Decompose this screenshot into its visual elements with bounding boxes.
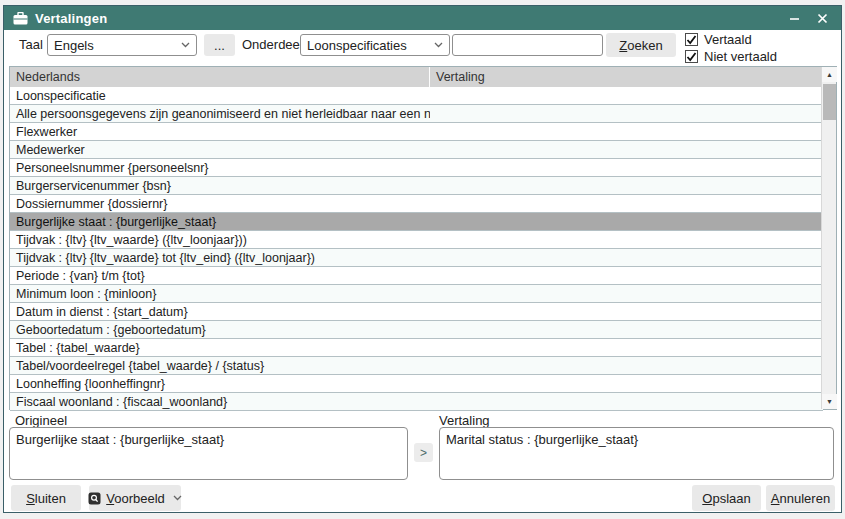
original-textarea[interactable]: Burgerlijke staat : {burgerlijke_staat} bbox=[9, 427, 408, 480]
original-label: Origineel bbox=[15, 413, 67, 428]
window-title: Vertalingen bbox=[35, 11, 107, 26]
chevron-down-icon bbox=[173, 495, 182, 501]
preview-document-icon bbox=[88, 492, 101, 505]
table-row[interactable]: Minimum loon : {minloon} bbox=[10, 285, 823, 303]
chevron-down-icon bbox=[181, 42, 190, 48]
row-dutch-text: Tijdvak : {ltv} {ltv_waarde} ({ltv_loonj… bbox=[10, 233, 430, 247]
table-row[interactable]: Datum in dienst : {start_datum} bbox=[10, 303, 823, 321]
table-row[interactable]: Tabel/voordeelregel {tabel_waarde} / {st… bbox=[10, 357, 823, 375]
row-dutch-text: Fiscaal woonland : {fiscaal_woonland} bbox=[10, 395, 430, 409]
table-row[interactable]: Loonspecificatie bbox=[10, 87, 823, 105]
scrollbar-thumb[interactable] bbox=[823, 84, 836, 120]
row-dutch-text: Datum in dienst : {start_datum} bbox=[10, 305, 430, 319]
section-select-value: Loonspecificaties bbox=[307, 38, 430, 53]
row-dutch-text: Alle persoonsgegevens zijn geanonimiseer… bbox=[10, 107, 430, 121]
table-row[interactable]: Medewerker bbox=[10, 141, 823, 159]
row-dutch-text: Periode : {van} t/m {tot} bbox=[10, 269, 430, 283]
save-button[interactable]: Opslaan bbox=[692, 485, 761, 511]
row-dutch-text: Tijdvak : {ltv} {ltv_waarde} tot {ltv_ei… bbox=[10, 251, 430, 265]
checkbox-check-icon bbox=[685, 50, 698, 63]
row-dutch-text: Medewerker bbox=[10, 143, 430, 157]
table-row[interactable]: Periode : {van} t/m {tot} bbox=[10, 267, 823, 285]
preview-button-label: Voorbeeld bbox=[106, 491, 165, 506]
translations-table: Nederlands Vertaling Loonspecificatie Al… bbox=[9, 66, 837, 410]
row-dutch-text: Dossiernummer {dossiernr} bbox=[10, 197, 430, 211]
section-label: Onderdeel bbox=[242, 37, 303, 52]
untranslated-checkbox[interactable]: Niet vertaald bbox=[685, 49, 777, 64]
table-row[interactable]: Tijdvak : {ltv} {ltv_waarde} tot {ltv_ei… bbox=[10, 249, 823, 267]
save-button-label: Opslaan bbox=[702, 491, 750, 506]
copy-to-translation-button[interactable]: > bbox=[414, 443, 433, 462]
language-select-value: Engels bbox=[54, 38, 177, 53]
close-dialog-button[interactable]: Sluiten bbox=[11, 485, 81, 511]
row-dutch-text: Loonheffing {loonheffingnr} bbox=[10, 377, 430, 391]
preview-button[interactable]: Voorbeeld bbox=[89, 485, 181, 511]
table-row[interactable]: Burgerlijke staat : {burgerlijke_staat} bbox=[10, 213, 823, 231]
search-button-label: Zoeken bbox=[619, 38, 662, 53]
table-body: Loonspecificatie Alle persoonsgegevens z… bbox=[10, 87, 823, 411]
cancel-button[interactable]: Annuleren bbox=[766, 485, 835, 511]
table-row[interactable]: Dossiernummer {dossiernr} bbox=[10, 195, 823, 213]
section-select[interactable]: Loonspecificaties bbox=[300, 34, 450, 56]
row-dutch-text: Geboortedatum : {geboortedatum} bbox=[10, 323, 430, 337]
vertical-scrollbar[interactable]: ▲ ▼ bbox=[821, 67, 836, 409]
language-select[interactable]: Engels bbox=[47, 34, 197, 56]
checkbox-check-icon bbox=[685, 33, 698, 46]
translated-checkbox-label: Vertaald bbox=[704, 32, 752, 47]
cancel-button-label: Annuleren bbox=[771, 491, 830, 506]
titlebar: Vertalingen bbox=[4, 6, 841, 30]
translation-label: Vertaling bbox=[439, 413, 490, 428]
table-row[interactable]: Tijdvak : {ltv} {ltv_waarde} ({ltv_loonj… bbox=[10, 231, 823, 249]
minimize-button[interactable] bbox=[783, 8, 805, 28]
language-label: Taal bbox=[19, 37, 43, 52]
chevron-down-icon bbox=[434, 42, 443, 48]
column-header-dutch: Nederlands bbox=[10, 67, 430, 87]
scroll-up-icon[interactable]: ▲ bbox=[822, 67, 837, 82]
translated-checkbox[interactable]: Vertaald bbox=[685, 32, 752, 47]
row-dutch-text: Flexwerker bbox=[10, 125, 430, 139]
translation-textarea[interactable]: Marital status : {burgerlijke_staat} bbox=[439, 427, 834, 480]
row-dutch-text: Burgerservicenummer {bsn} bbox=[10, 179, 430, 193]
search-input[interactable] bbox=[452, 34, 603, 56]
row-dutch-text: Minimum loon : {minloon} bbox=[10, 287, 430, 301]
row-dutch-text: Burgerlijke staat : {burgerlijke_staat} bbox=[10, 215, 430, 229]
table-row[interactable]: Fiscaal woonland : {fiscaal_woonland} bbox=[10, 393, 823, 411]
more-languages-button[interactable]: ... bbox=[204, 34, 235, 56]
column-header-translation: Vertaling bbox=[430, 67, 823, 87]
table-header: Nederlands Vertaling bbox=[10, 67, 823, 87]
table-row[interactable]: Geboortedatum : {geboortedatum} bbox=[10, 321, 823, 339]
search-button[interactable]: Zoeken bbox=[606, 33, 676, 57]
table-row[interactable]: Tabel : {tabel_waarde} bbox=[10, 339, 823, 357]
table-row[interactable]: Burgerservicenummer {bsn} bbox=[10, 177, 823, 195]
table-row[interactable]: Alle persoonsgegevens zijn geanonimiseer… bbox=[10, 105, 823, 123]
dialog-window: Vertalingen Taal Engels ... Onderdeel Lo… bbox=[3, 5, 842, 513]
close-button[interactable] bbox=[811, 8, 833, 28]
table-row[interactable]: Personeelsnummer {personeelsnr} bbox=[10, 159, 823, 177]
untranslated-checkbox-label: Niet vertaald bbox=[704, 49, 777, 64]
briefcase-icon bbox=[13, 12, 28, 25]
row-dutch-text: Personeelsnummer {personeelsnr} bbox=[10, 161, 430, 175]
row-dutch-text: Tabel : {tabel_waarde} bbox=[10, 341, 430, 355]
close-dialog-button-label: Sluiten bbox=[26, 491, 66, 506]
row-dutch-text: Tabel/voordeelregel {tabel_waarde} / {st… bbox=[10, 359, 430, 373]
table-row[interactable]: Flexwerker bbox=[10, 123, 823, 141]
scroll-down-icon[interactable]: ▼ bbox=[822, 394, 837, 409]
row-dutch-text: Loonspecificatie bbox=[10, 89, 430, 103]
table-row[interactable]: Loonheffing {loonheffingnr} bbox=[10, 375, 823, 393]
